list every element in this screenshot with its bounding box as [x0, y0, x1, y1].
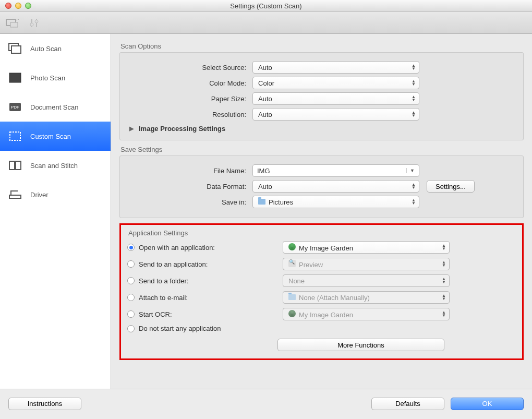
- folder-icon: [288, 294, 296, 300]
- color-mode-dropdown[interactable]: Color ▲▼: [252, 77, 419, 89]
- image-processing-disclosure[interactable]: ▶ Image Processing Settings: [127, 125, 516, 133]
- titlebar: Settings (Custom Scan): [0, 0, 532, 12]
- select-source-dropdown[interactable]: Auto ▲▼: [252, 61, 419, 74]
- svg-rect-15: [9, 195, 21, 198]
- preview-icon: [288, 260, 296, 267]
- resolution-value: Auto: [258, 111, 272, 118]
- color-mode-label: Color Mode:: [127, 79, 252, 87]
- defaults-button[interactable]: Defaults: [371, 398, 444, 410]
- send-to-folder-value: None: [288, 277, 305, 285]
- chevron-updown-icon: ▲▼: [442, 294, 446, 301]
- send-to-app-value: Preview: [299, 261, 323, 269]
- sidebar: Auto Scan Photo Scan PDF Document Scan C…: [0, 34, 111, 389]
- chevron-updown-icon: ▲▼: [442, 311, 446, 317]
- folder-icon: [258, 199, 265, 205]
- more-functions-button[interactable]: More Functions: [277, 339, 444, 351]
- open-with-value: My Image Garden: [299, 244, 353, 252]
- paper-size-dropdown[interactable]: Auto ▲▼: [252, 92, 419, 105]
- instructions-button[interactable]: Instructions: [8, 398, 81, 410]
- resolution-dropdown[interactable]: Auto ▲▼: [252, 108, 419, 121]
- svg-rect-1: [10, 22, 18, 27]
- sidebar-item-custom-scan[interactable]: Custom Scan: [0, 122, 111, 151]
- chevron-updown-icon: ▲▼: [412, 111, 416, 117]
- image-processing-label: Image Processing Settings: [139, 125, 225, 133]
- attach-email-radio[interactable]: [127, 294, 135, 301]
- do-not-start-label: Do not start any application: [139, 325, 253, 332]
- select-source-label: Select Source:: [127, 64, 252, 71]
- paper-size-label: Paper Size:: [127, 95, 252, 103]
- application-settings-highlight: Application Settings Open with an applic…: [119, 223, 524, 360]
- send-to-folder-dropdown[interactable]: None ▲▼: [283, 274, 450, 287]
- image-garden-icon: [288, 310, 296, 317]
- close-icon[interactable]: [5, 3, 11, 9]
- chevron-updown-icon: ▲▼: [442, 244, 446, 250]
- send-to-app-label: Send to an application:: [139, 260, 253, 268]
- start-ocr-value: My Image Garden: [299, 311, 353, 319]
- sidebar-item-scan-and-stitch[interactable]: Scan and Stitch: [0, 151, 111, 180]
- window-title: Settings (Custom Scan): [0, 2, 532, 10]
- sidebar-item-label: Custom Scan: [30, 133, 71, 140]
- ok-button[interactable]: OK: [451, 398, 524, 410]
- window-controls: [5, 3, 31, 9]
- attach-email-label: Attach to e-mail:: [139, 294, 253, 302]
- resolution-label: Resolution:: [127, 111, 252, 118]
- save-in-dropdown[interactable]: Pictures ▲▼: [252, 196, 419, 208]
- paper-size-value: Auto: [258, 95, 272, 103]
- open-with-radio[interactable]: [127, 244, 135, 251]
- footer: Instructions Defaults OK: [0, 389, 532, 418]
- save-settings-box: File Name: IMG ▼ Data Format: Auto ▲▼ Se…: [119, 155, 524, 218]
- chevron-updown-icon: ▲▼: [412, 95, 416, 102]
- main-panel: Scan Options Select Source: Auto ▲▼ Colo…: [111, 34, 532, 389]
- adjust-icon[interactable]: [27, 17, 42, 29]
- sidebar-item-auto-scan[interactable]: Auto Scan: [0, 34, 111, 63]
- chevron-updown-icon: ▲▼: [412, 199, 416, 205]
- file-name-input[interactable]: IMG ▼: [252, 164, 419, 177]
- image-garden-icon: [288, 243, 296, 250]
- svg-text:PDF: PDF: [11, 105, 19, 110]
- attach-email-value: None (Attach Manually): [299, 294, 370, 302]
- chevron-updown-icon: ▲▼: [412, 183, 416, 189]
- start-ocr-radio[interactable]: [127, 310, 135, 318]
- send-to-folder-radio[interactable]: [127, 277, 135, 284]
- sidebar-item-photo-scan[interactable]: Photo Scan: [0, 63, 111, 92]
- data-format-settings-button[interactable]: Settings...: [427, 180, 475, 193]
- start-ocr-dropdown[interactable]: My Image Garden ▲▼: [283, 308, 450, 320]
- driver-icon: [7, 188, 23, 201]
- chevron-updown-icon: ▲▼: [412, 80, 416, 86]
- chevron-down-icon: ▼: [406, 168, 415, 173]
- data-format-label: Data Format:: [127, 183, 252, 190]
- scan-options-box: Select Source: Auto ▲▼ Color Mode: Color…: [119, 52, 524, 140]
- sidebar-item-label: Auto Scan: [30, 45, 62, 53]
- sidebar-item-label: Driver: [30, 191, 49, 199]
- send-to-app-dropdown[interactable]: Preview ▲▼: [283, 258, 450, 270]
- minimize-icon[interactable]: [15, 3, 21, 9]
- svg-rect-8: [9, 73, 21, 82]
- scan-from-computer-icon[interactable]: [5, 17, 20, 29]
- svg-rect-12: [9, 161, 15, 170]
- custom-scan-icon: [7, 130, 23, 142]
- save-in-value: Pictures: [269, 198, 293, 206]
- sidebar-item-label: Document Scan: [30, 103, 79, 111]
- open-with-dropdown[interactable]: My Image Garden ▲▼: [283, 241, 450, 254]
- sidebar-item-label: Photo Scan: [30, 74, 65, 82]
- file-name-label: File Name:: [127, 167, 252, 175]
- auto-scan-icon: [7, 42, 23, 55]
- color-mode-value: Color: [258, 79, 274, 87]
- data-format-dropdown[interactable]: Auto ▲▼: [252, 180, 419, 193]
- send-to-folder-label: Send to a folder:: [139, 277, 253, 285]
- save-in-label: Save in:: [127, 198, 252, 206]
- attach-email-dropdown[interactable]: None (Attach Manually) ▲▼: [283, 291, 450, 304]
- sidebar-item-document-scan[interactable]: PDF Document Scan: [0, 92, 111, 122]
- chevron-updown-icon: ▲▼: [442, 278, 446, 284]
- zoom-icon[interactable]: [25, 3, 31, 9]
- svg-point-5: [35, 20, 38, 23]
- svg-rect-11: [10, 132, 20, 140]
- data-format-value: Auto: [258, 183, 272, 190]
- file-name-value: IMG: [257, 167, 270, 175]
- do-not-start-radio[interactable]: [127, 325, 135, 332]
- sidebar-item-driver[interactable]: Driver: [0, 180, 111, 209]
- toolbar: [0, 12, 532, 34]
- send-to-app-radio[interactable]: [127, 260, 135, 268]
- application-settings-title: Application Settings: [128, 229, 516, 237]
- photo-scan-icon: [7, 71, 23, 84]
